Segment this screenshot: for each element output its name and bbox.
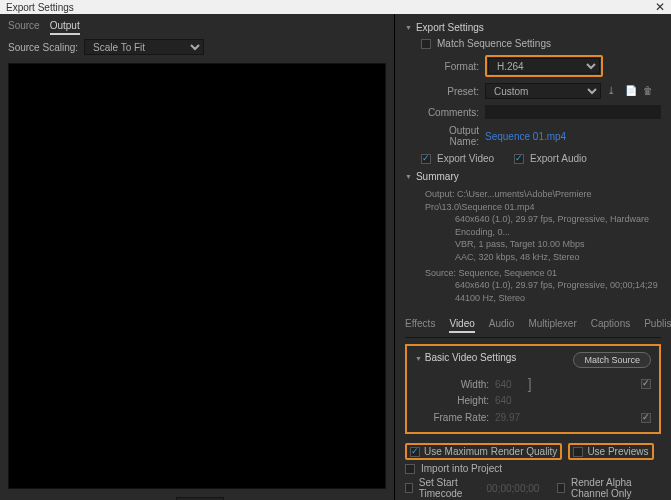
tab-effects[interactable]: Effects: [405, 316, 435, 333]
render-alpha-checkbox[interactable]: [557, 483, 565, 493]
start-tc-label: Set Start Timecode: [419, 477, 481, 499]
use-previews-label: Use Previews: [587, 446, 648, 457]
window-title: Export Settings: [6, 2, 74, 13]
summary-source-line3: 44100 Hz, Stereo: [455, 292, 661, 305]
import-project-label: Import into Project: [421, 463, 502, 474]
bvs-header: Basic Video Settings: [425, 352, 517, 363]
tab-publish[interactable]: Publish: [644, 316, 671, 333]
tab-audio[interactable]: Audio: [489, 316, 515, 333]
summary-output-line4: AAC, 320 kbps, 48 kHz, Stereo: [455, 251, 661, 264]
summary-output-label: Output:: [425, 189, 455, 199]
format-label: Format:: [421, 61, 479, 72]
source-scaling-label: Source Scaling:: [8, 42, 78, 53]
height-value[interactable]: 640: [495, 395, 512, 406]
summary-output-line3: VBR, 1 pass, Target 10.00 Mbps: [455, 238, 661, 251]
comments-field[interactable]: [485, 105, 661, 119]
tab-multiplexer[interactable]: Multiplexer: [528, 316, 576, 333]
summary-output-line2: 640x640 (1.0), 29.97 fps, Progressive, H…: [455, 213, 661, 238]
match-sequence-checkbox[interactable]: [421, 39, 431, 49]
summary-source-line1: Sequence, Sequence 01: [459, 268, 558, 278]
match-sequence-label: Match Sequence Settings: [437, 38, 551, 49]
export-video-checkbox[interactable]: [421, 154, 431, 164]
width-label: Width:: [431, 379, 489, 390]
height-label: Height:: [431, 395, 489, 406]
twisty-icon[interactable]: ▼: [415, 355, 422, 362]
width-match-checkbox[interactable]: [641, 379, 651, 389]
summary-source-line2: 640x640 (1.0), 29.97 fps, Progressive, 0…: [455, 279, 661, 292]
save-preset-icon[interactable]: ⤓: [607, 85, 619, 97]
close-icon[interactable]: ✕: [655, 0, 665, 14]
framerate-value[interactable]: 29.97: [495, 412, 520, 423]
render-alpha-label: Render Alpha Channel Only: [571, 477, 661, 499]
source-scaling-select[interactable]: Scale To Fit: [84, 39, 204, 55]
format-select[interactable]: H.264: [488, 58, 600, 74]
tab-video[interactable]: Video: [449, 316, 474, 333]
output-name-link[interactable]: Sequence 01.mp4: [485, 131, 566, 142]
width-value[interactable]: 640: [495, 379, 512, 390]
export-video-label: Export Video: [437, 153, 494, 164]
import-project-checkbox[interactable]: [405, 464, 415, 474]
right-panel: ▼ Export Settings Match Sequence Setting…: [395, 14, 671, 500]
start-tc-checkbox[interactable]: [405, 483, 413, 493]
preset-select[interactable]: Custom: [485, 83, 601, 99]
export-audio-checkbox[interactable]: [514, 154, 524, 164]
start-tc-value: 00;00;00;00: [487, 483, 540, 494]
link-dimensions-icon[interactable]: ]: [528, 376, 532, 392]
basic-video-settings: ▼ Basic Video Settings Match Source Widt…: [405, 344, 661, 434]
output-name-label: Output Name:: [421, 125, 479, 147]
preset-label: Preset:: [421, 86, 479, 97]
match-source-button[interactable]: Match Source: [573, 352, 651, 368]
delete-preset-icon[interactable]: 🗑: [643, 85, 655, 97]
twisty-icon[interactable]: ▼: [405, 24, 412, 31]
max-quality-checkbox[interactable]: [410, 447, 420, 457]
export-audio-label: Export Audio: [530, 153, 587, 164]
max-quality-label: Use Maximum Render Quality: [424, 446, 557, 457]
framerate-label: Frame Rate:: [431, 412, 489, 423]
export-settings-header: Export Settings: [416, 22, 484, 33]
comments-label: Comments:: [421, 107, 479, 118]
left-panel: Source Output Source Scaling: Scale To F…: [0, 14, 395, 500]
summary-header: Summary: [416, 171, 459, 182]
tab-captions[interactable]: Captions: [591, 316, 630, 333]
tab-output[interactable]: Output: [50, 18, 80, 35]
tab-source[interactable]: Source: [8, 18, 40, 35]
preview-area: [8, 63, 386, 489]
summary-source-label: Source:: [425, 268, 456, 278]
twisty-icon[interactable]: ▼: [405, 173, 412, 180]
framerate-match-checkbox[interactable]: [641, 413, 651, 423]
use-previews-checkbox[interactable]: [573, 447, 583, 457]
import-preset-icon[interactable]: 📄: [625, 85, 637, 97]
